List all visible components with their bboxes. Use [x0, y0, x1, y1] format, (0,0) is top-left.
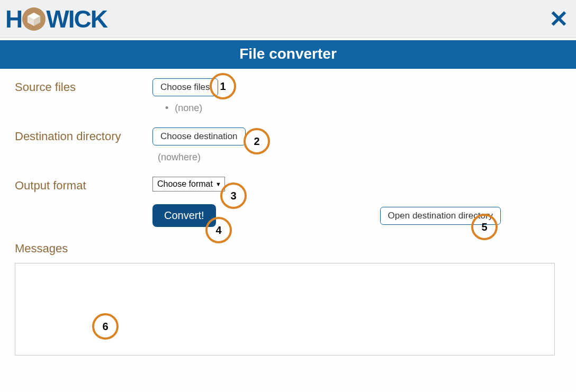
source-files-none: (none)	[165, 103, 561, 114]
convert-button[interactable]: Convert!	[152, 204, 216, 227]
content-area: Source files Choose files (none) Destina…	[0, 69, 576, 361]
choose-destination-button[interactable]: Choose destination	[152, 127, 246, 145]
row-destination: Destination directory Choose destination…	[15, 127, 561, 172]
logo-cube-icon	[22, 7, 46, 31]
destination-label: Destination directory	[15, 127, 152, 143]
close-icon[interactable]: ✕	[549, 7, 569, 31]
page-title: File converter	[0, 40, 576, 69]
row-output-format: Output format Choose format	[15, 177, 561, 193]
row-actions: Convert! Open destination directory	[15, 200, 561, 227]
output-format-label: Output format	[15, 177, 152, 193]
choose-files-button[interactable]: Choose files	[152, 78, 218, 96]
brand-logo: H WICK	[5, 7, 107, 31]
messages-label: Messages	[15, 242, 561, 256]
destination-none: (nowhere)	[158, 152, 561, 163]
open-destination-button[interactable]: Open destination directory	[380, 207, 501, 225]
logo-text-right: WICK	[46, 7, 107, 31]
source-files-label: Source files	[15, 78, 152, 94]
output-format-select[interactable]: Choose format	[152, 177, 225, 192]
messages-box	[15, 263, 555, 355]
row-source: Source files Choose files (none)	[15, 78, 561, 123]
top-bar: H WICK ✕	[0, 0, 576, 38]
logo-text-left: H	[5, 7, 22, 31]
